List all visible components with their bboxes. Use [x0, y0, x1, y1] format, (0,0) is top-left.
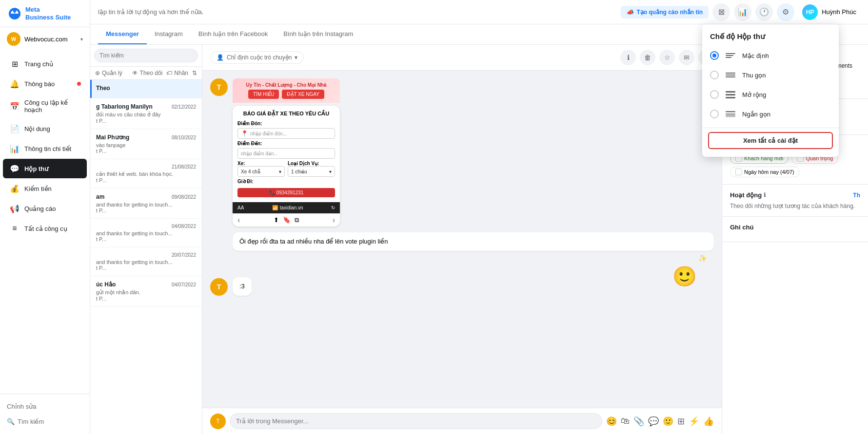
sidebar-item-thong-bao[interactable]: 🔔 Thông báo — [3, 74, 87, 94]
stats-icon-button[interactable]: 📊 — [734, 3, 751, 21]
sidebar: Meta Business Suite W Webvocuc.com ▾ ⊞ T… — [0, 0, 90, 434]
create-ad-button[interactable]: 📣 Tạo quảng cáo nhắn tin — [621, 6, 709, 19]
sidebar-item-kiem-tien[interactable]: 💰 Kiếm tiền — [3, 179, 87, 198]
tab-messenger[interactable]: Messenger — [98, 24, 147, 44]
assign-button[interactable]: 👤 Chỉ định cuộc trò chuyện ▾ — [210, 51, 304, 64]
conv-item-date: 02/12/2022 — [172, 104, 196, 110]
sidebar-item-trang-chu[interactable]: ⊞ Trang chủ — [3, 54, 87, 74]
sidebar-item-thong-tin[interactable]: 📊 Thông tin chi tiết — [3, 139, 87, 158]
copy-icon[interactable]: ⧉ — [295, 216, 299, 224]
follow-button[interactable]: 👁 Theo dõi — [132, 70, 163, 76]
list-item[interactable]: úc Hảo 04/07/2022 gửi một nhắn dân. t P.… — [90, 276, 202, 307]
activity-link[interactable]: Th — [853, 192, 860, 199]
dat-xe-button[interactable]: ĐẶT XE NGAY — [282, 90, 324, 99]
refresh-icon[interactable]: ↻ — [331, 205, 335, 210]
list-item[interactable]: g Tabarlong Manilyn 02/12/2022 đổi màu v… — [90, 98, 202, 129]
conv-item-name: Theo — [96, 85, 110, 92]
sidebar-nav: ⊞ Trang chủ 🔔 Thông báo 📅 Công cụ lập kế… — [0, 51, 90, 394]
dropdown-option-ngan-gon[interactable]: Ngắn gọn — [702, 104, 839, 124]
list-item[interactable]: 21/08/2022 cần thiết kế web. bán khóa họ… — [90, 159, 202, 189]
website-label: 📶 taxidian.vn — [272, 205, 303, 210]
smiley-icon[interactable]: 🙂 — [663, 416, 673, 427]
share-icon[interactable]: ⬆ — [274, 216, 279, 224]
dropdown-option-label: Ngắn gọn — [742, 111, 770, 118]
phone-button[interactable]: 📞 0934391231 — [237, 188, 335, 197]
bookmark-icon[interactable]: 🔖 — [283, 216, 291, 224]
activity-text: Theo dõi những lượt tương tác của khách … — [730, 203, 860, 209]
info-button[interactable]: ℹ — [620, 50, 636, 65]
delete-button[interactable]: 🗑 — [640, 50, 655, 65]
chat-input[interactable] — [230, 413, 602, 429]
tab-instagram-comment[interactable]: Bình luận trên Instagram — [276, 24, 361, 44]
home-icon: ⊞ — [10, 59, 20, 69]
conv-item-header: 21/08/2022 — [96, 164, 196, 170]
phone-icon: 📞 — [269, 190, 275, 195]
bell-icon: 🔔 — [10, 79, 20, 89]
conv-item-suffix: t P... — [96, 118, 196, 124]
attachment-icon[interactable]: 📎 — [633, 416, 644, 427]
suggested-tag-today[interactable]: Ngày hôm nay (4/07) — [730, 167, 800, 177]
conv-item-suffix: t P... — [96, 265, 196, 271]
conv-item-header: 20/07/2022 — [96, 252, 196, 258]
activity-title: Hoạt động ℹ Th — [730, 191, 860, 199]
topbar-actions: 📣 Tạo quảng cáo nhắn tin ⊠ 📊 🕐 ⚙ HP Huỳn… — [621, 2, 860, 22]
sidebar-item-quang-cao[interactable]: 📢 Quảng cáo — [3, 199, 87, 218]
emoji-reaction-icon[interactable]: 😊 — [606, 416, 617, 427]
list-item[interactable]: Mai Phương 08/10/2022 vào fanpage t P... — [90, 129, 202, 159]
checkbox-today[interactable] — [735, 169, 742, 175]
sort-button[interactable]: ⇅ — [192, 70, 197, 76]
conv-item-header: g Tabarlong Manilyn 02/12/2022 — [96, 103, 196, 110]
assign-icon: 👤 — [217, 54, 224, 61]
from-label: Điểm Đón: — [237, 121, 335, 126]
conv-item-preview: vào fanpage — [96, 142, 196, 148]
tab-facebook-comment[interactable]: Bình luận trên Facebook — [191, 24, 276, 44]
activity-icon-button[interactable]: ⊠ — [712, 3, 730, 21]
mail-button[interactable]: ✉ — [679, 50, 694, 65]
dropdown-option-label: Mặc định — [742, 52, 769, 59]
tim-hieu-button[interactable]: TÌM HIỂU — [248, 90, 279, 99]
sidebar-item-cong-cu[interactable]: 📅 Công cụ lập kế hoạch — [3, 94, 87, 118]
dropdown-divider — [702, 128, 839, 128]
radio-mac-dinh — [710, 51, 719, 60]
all-tools-icon: ≡ — [10, 224, 20, 233]
tab-instagram[interactable]: Instagram — [147, 24, 191, 44]
nav-label: Hộp thư — [24, 165, 48, 172]
list-item[interactable]: 20/07/2022 and thanks for getting in tou… — [90, 247, 202, 276]
xe-select[interactable]: Xe 4 chỗ ▾ — [237, 166, 285, 177]
inbox-dropdown: Chế độ Hộp thư Mặc định Thu gọn — [702, 24, 839, 157]
manage-button[interactable]: ⊛ Quản lý — [95, 70, 122, 76]
label-button[interactable]: 🏷 Nhãn — [166, 70, 188, 76]
list-item[interactable]: am 09/08/2022 and thanks for getting in … — [90, 189, 202, 219]
thumbs-up-icon[interactable]: 👍 — [703, 416, 714, 427]
from-input[interactable]: 📍 nhập điểm đón... — [237, 128, 335, 139]
clock-icon-button[interactable]: 🕐 — [755, 3, 773, 21]
dropdown-option-mo-rong[interactable]: Mở rộng — [702, 85, 839, 104]
chat-bubble-icon[interactable]: 💬 — [648, 416, 659, 427]
list-item[interactable]: Theo — [90, 80, 202, 98]
list-item[interactable]: 04/08/2022 and thanks for getting in tou… — [90, 219, 202, 247]
to-input[interactable]: nhập điểm đến... — [237, 148, 335, 159]
edit-button[interactable]: Chỉnh sửa — [7, 399, 83, 414]
next-button[interactable]: › — [333, 216, 335, 225]
dich-vu-select[interactable]: 1 chiều ▾ — [288, 166, 335, 177]
sidebar-item-tat-ca[interactable]: ≡ Tất cả công cụ — [3, 219, 87, 238]
search-input[interactable] — [94, 49, 198, 62]
dropdown-option-mac-dinh[interactable]: Mặc định — [702, 46, 839, 65]
star-button[interactable]: ☆ — [659, 50, 675, 65]
sidebar-item-hop-thu[interactable]: 💬 Hộp thư — [3, 159, 87, 178]
grid-icon[interactable]: ⊞ — [677, 416, 685, 427]
settings-all-button[interactable]: Xem tất cả cài đặt — [708, 132, 833, 149]
sidebar-item-noi-dung[interactable]: 📄 Nội dung — [3, 119, 87, 138]
search-footer[interactable]: 🔍 Tìm kiếm — [7, 414, 83, 429]
settings-icon-button[interactable]: ⚙ — [777, 3, 794, 21]
label-label: Nhãn — [174, 70, 188, 76]
dropdown-option-thu-gon[interactable]: Thu gọn — [702, 65, 839, 85]
monetize-icon: 💰 — [10, 184, 20, 193]
prev-button[interactable]: ‹ — [237, 216, 240, 225]
user-profile-button[interactable]: HP Huỳnh Phúc — [798, 2, 860, 22]
lightning-icon[interactable]: ⚡ — [689, 416, 699, 427]
search-icon: 🔍 — [7, 418, 15, 425]
account-switcher[interactable]: W Webvocuc.com ▾ — [0, 27, 90, 51]
bag-icon[interactable]: 🛍 — [621, 416, 630, 426]
active-indicator — [90, 80, 92, 98]
